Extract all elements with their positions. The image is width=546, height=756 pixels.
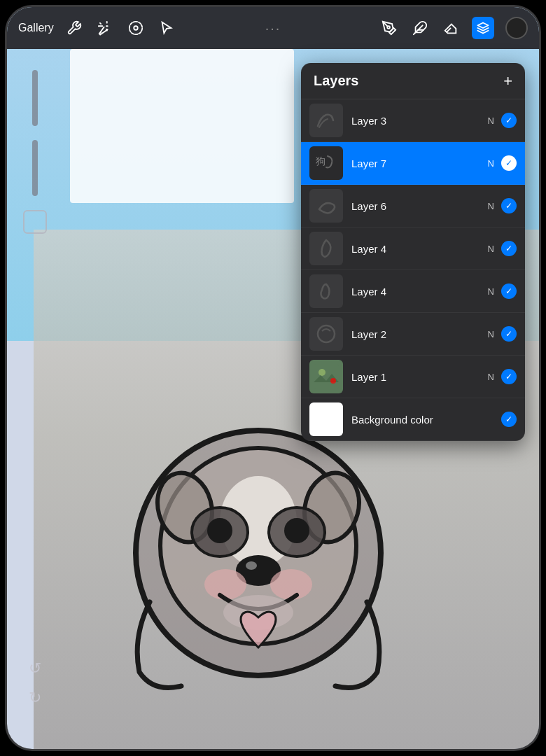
left-sidebar: ↺ ↻ — [7, 49, 63, 749]
layer-name: Layer 4 — [351, 286, 488, 298]
layer-row[interactable]: Layer 2 N ✓ — [301, 313, 525, 356]
svg-point-8 — [284, 518, 309, 543]
sidebar-actions: ↺ ↻ — [29, 659, 41, 707]
redo-button[interactable]: ↻ — [29, 689, 41, 707]
layer-row[interactable]: Layer 4 N ✓ — [301, 227, 525, 270]
background-color-label: Background color — [351, 414, 501, 426]
add-layer-button[interactable]: + — [503, 74, 512, 89]
toolbar-center: ··· — [188, 20, 358, 36]
gallery-button[interactable]: Gallery — [18, 22, 54, 34]
layer-name: Layer 1 — [351, 371, 488, 383]
layer-name: Layer 4 — [351, 243, 488, 255]
background-color-visibility-toggle[interactable]: ✓ — [501, 412, 517, 427]
layer-thumbnail — [309, 360, 343, 393]
layer-visibility-toggle[interactable]: ✓ — [501, 113, 517, 128]
layer-row[interactable]: 狗 Layer 7 N ✓ — [301, 142, 525, 185]
layers-button[interactable] — [472, 17, 494, 39]
layer-row[interactable]: Layer 4 N ✓ — [301, 270, 525, 313]
top-toolbar: Gallery — [7, 7, 539, 49]
adjustments-icon[interactable] — [125, 18, 146, 38]
layer-visibility-toggle[interactable]: ✓ — [501, 241, 517, 256]
layer-name: Layer 7 — [351, 158, 488, 169]
layer-name: Layer 6 — [351, 200, 488, 212]
pencil-icon[interactable] — [379, 18, 399, 38]
svg-point-15 — [387, 26, 390, 29]
layer-blend-mode: N — [488, 329, 494, 340]
selection-icon[interactable] — [156, 18, 177, 38]
svg-rect-21 — [314, 364, 339, 389]
layer-blend-mode: N — [488, 201, 494, 211]
toolbar-right — [358, 17, 528, 39]
layer-visibility-toggle[interactable]: ✓ — [501, 198, 517, 214]
layer-blend-mode: N — [488, 115, 494, 126]
tablet-frame: Gallery — [7, 7, 539, 749]
layer-row[interactable]: Layer 6 N ✓ — [301, 185, 525, 227]
layer-blend-mode: N — [488, 372, 494, 382]
dog-illustration — [111, 399, 405, 693]
layers-panel-title: Layers — [314, 73, 359, 89]
white-canvas — [70, 49, 294, 203]
layer-blend-mode: N — [488, 158, 494, 169]
wand-icon[interactable] — [94, 18, 115, 38]
layer-thumbnail — [309, 189, 343, 223]
svg-point-7 — [207, 518, 232, 543]
svg-point-11 — [204, 569, 246, 600]
svg-text:狗: 狗 — [316, 156, 326, 167]
eraser-icon[interactable] — [441, 18, 461, 38]
layer-blend-mode: N — [488, 244, 494, 254]
layers-panel-header: Layers + — [301, 63, 525, 99]
layer-thumbnail: 狗 — [309, 146, 343, 180]
layer-visibility-toggle[interactable]: ✓ — [501, 155, 517, 171]
layer-thumbnail — [309, 104, 343, 137]
layer-name: Layer 3 — [351, 115, 488, 127]
svg-point-20 — [318, 326, 335, 342]
layer-row[interactable]: Layer 1 N ✓ — [301, 356, 525, 398]
layer-visibility-toggle[interactable]: ✓ — [501, 369, 517, 384]
layer-name: Layer 2 — [351, 328, 488, 340]
more-options-button[interactable]: ··· — [265, 20, 281, 36]
pen-icon[interactable] — [410, 18, 430, 38]
brush-size-slider[interactable] — [32, 70, 38, 126]
layer-row[interactable]: Layer 3 N ✓ — [301, 99, 525, 142]
svg-point-10 — [246, 561, 257, 570]
background-color-row[interactable]: Background color ✓ — [301, 398, 525, 441]
color-picker-button[interactable] — [505, 17, 528, 39]
layer-thumbnail — [309, 274, 343, 308]
layer-visibility-toggle[interactable]: ✓ — [501, 326, 517, 342]
svg-point-12 — [270, 569, 312, 600]
wrench-icon[interactable] — [64, 18, 85, 38]
layer-thumbnail — [309, 317, 343, 351]
svg-point-22 — [318, 369, 326, 376]
opacity-slider[interactable] — [32, 140, 38, 196]
svg-point-14 — [134, 26, 138, 30]
svg-point-23 — [330, 378, 336, 384]
toolbar-left: Gallery — [18, 18, 188, 38]
layer-thumbnail — [309, 232, 343, 265]
modifier-button[interactable] — [23, 210, 47, 234]
background-color-thumbnail — [309, 402, 343, 436]
layer-visibility-toggle[interactable]: ✓ — [501, 284, 517, 299]
svg-marker-18 — [478, 23, 489, 29]
layers-panel: Layers + Layer 3 N ✓ 狗 — [301, 63, 525, 441]
layer-blend-mode: N — [488, 286, 494, 297]
undo-button[interactable]: ↺ — [29, 659, 41, 678]
